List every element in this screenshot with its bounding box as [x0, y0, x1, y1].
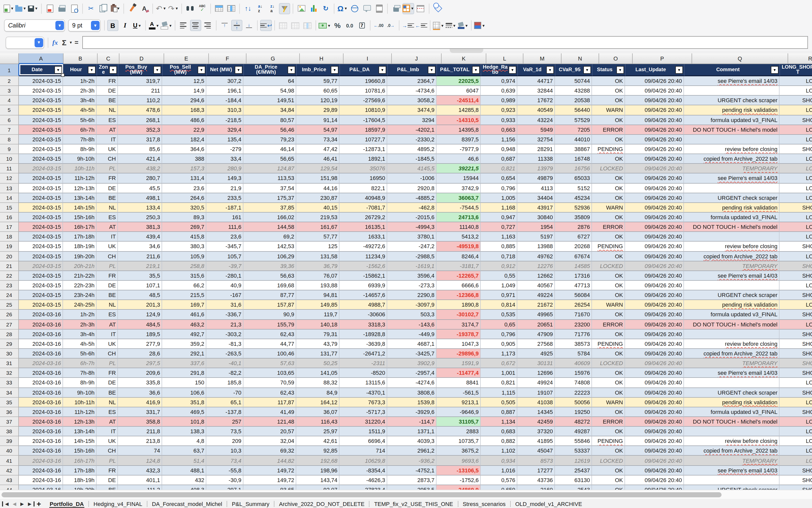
cell-L42[interactable]: 1,016	[481, 466, 517, 475]
cell-E23[interactable]: 66,2	[162, 281, 206, 290]
cell-Q43[interactable]	[684, 475, 779, 485]
cell-D11[interactable]: 438,2	[118, 164, 162, 174]
cell-I6[interactable]: -17604,5	[339, 115, 387, 125]
cell-H9[interactable]: 47,42	[296, 144, 339, 154]
column-header-J[interactable]: J	[392, 53, 441, 64]
autofilter-dropdown-icon[interactable]: ▼	[198, 66, 205, 74]
cell-A31[interactable]: 2024-03-16	[19, 358, 63, 368]
cell-Q27[interactable]: DO NOT TOUCH - Michel's model	[684, 320, 779, 329]
insert-comment-button[interactable]	[361, 3, 373, 14]
cell-K3[interactable]: 6047	[436, 86, 481, 96]
cell-C6[interactable]: ES	[97, 115, 118, 125]
cell-N2[interactable]: 50744	[555, 76, 592, 86]
cell-D30[interactable]: 28,6	[118, 349, 162, 358]
cell-J38[interactable]: 1371,1	[387, 427, 436, 436]
chevron-down-icon[interactable]: ▼	[169, 24, 172, 27]
cell-L9[interactable]: 0,948	[481, 144, 517, 154]
cell-L19[interactable]: 0,885	[481, 242, 517, 251]
cell-R27[interactable]: LONG	[779, 320, 812, 329]
cell-J18[interactable]: 3780,1	[387, 232, 436, 242]
cell-A16[interactable]: 2024-03-15	[19, 213, 63, 222]
cell-Q13[interactable]	[684, 183, 779, 193]
cell-M28[interactable]: 47909	[517, 329, 555, 339]
copy-button[interactable]	[98, 3, 109, 14]
cell-G5[interactable]: 34,84	[243, 105, 296, 115]
align-center-button[interactable]	[190, 20, 201, 31]
cell-K32[interactable]: -11477,4	[436, 368, 481, 378]
cell-R7[interactable]: LONG	[779, 125, 812, 134]
row-header-16[interactable]: 16	[0, 213, 19, 222]
cell-K36[interactable]: -9646,9	[436, 407, 481, 417]
cell-Q41[interactable]: TEMPORARY	[684, 456, 779, 466]
cell-P26[interactable]: 09/04/26 20:40	[625, 310, 684, 320]
chevron-down-icon[interactable]: ▼	[35, 38, 43, 47]
row-header-32[interactable]: 32	[0, 368, 19, 378]
cell-H37[interactable]: 116,43	[296, 417, 339, 427]
cell-R16[interactable]: LONG	[779, 213, 812, 222]
cell-H40[interactable]: 92,85	[296, 446, 339, 456]
cell-L14[interactable]: 1,005	[481, 193, 517, 203]
cell-Q38[interactable]	[684, 427, 779, 436]
cell-L23[interactable]: 1,049	[481, 281, 517, 290]
cell-H11[interactable]: 129,54	[296, 164, 339, 174]
cell-Q31[interactable]: TEMPORARY	[684, 358, 779, 368]
cell-I43[interactable]: -4626,3	[339, 475, 387, 485]
cell-E24[interactable]: 215,5	[162, 290, 206, 300]
cell-E38[interactable]: 138,3	[162, 427, 206, 436]
decrease-indent-button[interactable]: ←	[415, 20, 427, 31]
borders-button[interactable]: ▼	[433, 20, 444, 31]
cell-A10[interactable]: 2024-03-15	[19, 154, 63, 164]
pivot-table-button[interactable]: ↻	[320, 3, 331, 14]
cell-D7[interactable]: 352,3	[118, 125, 162, 134]
cell-I33[interactable]: 13115,6	[339, 378, 387, 388]
cell-N19[interactable]: 20268	[555, 242, 592, 251]
cell-C41[interactable]: PL	[97, 456, 118, 466]
cell-N35[interactable]: 50056	[555, 397, 592, 407]
cell-G30[interactable]: 100,46	[243, 349, 296, 358]
cell-A40[interactable]: 2024-03-16	[19, 446, 63, 456]
row-header-15[interactable]: 15	[0, 203, 19, 213]
cell-P18[interactable]: 09/04/26 20:40	[625, 232, 684, 242]
cell-O34[interactable]: OK	[592, 388, 625, 397]
cell-F26[interactable]: -336,7	[206, 310, 243, 320]
cell-G14[interactable]: 175,37	[243, 193, 296, 203]
cell-B22[interactable]: 21h-22h	[63, 271, 97, 281]
cell-O33[interactable]: OK	[592, 378, 625, 388]
cell-C3[interactable]: DE	[97, 86, 118, 96]
chevron-down-icon[interactable]: ▼	[452, 24, 456, 27]
cell-M13[interactable]: 4113	[517, 183, 555, 193]
cell-R28[interactable]: SHORT	[779, 329, 812, 339]
cell-K11[interactable]: 39221,5	[436, 164, 481, 174]
selection-handle[interactable]	[61, 73, 64, 77]
cell-R20[interactable]: LONG	[779, 251, 812, 261]
cell-K18[interactable]: 5413,2	[436, 232, 481, 242]
align-left-button[interactable]	[178, 20, 189, 31]
cell-O30[interactable]: OK	[592, 349, 625, 358]
cell-D29[interactable]: 277,9	[118, 339, 162, 349]
cell-G9[interactable]: 46,14	[243, 144, 296, 154]
cell-G24[interactable]: 87,77	[243, 290, 296, 300]
cell-C2[interactable]: FR	[97, 76, 118, 86]
cell-N7[interactable]: 7205	[555, 125, 592, 134]
cell-J29[interactable]: 4687,1	[387, 339, 436, 349]
cell-I38[interactable]: 1511,9	[339, 427, 387, 436]
cell-C42[interactable]: FR	[97, 466, 118, 475]
cell-I8[interactable]: 10727,7	[339, 135, 387, 144]
cell-L37[interactable]: 1,134	[481, 417, 517, 427]
cell-N4[interactable]: 20538	[555, 96, 592, 105]
cell-M40[interactable]: 45047	[517, 446, 555, 456]
cell-C25[interactable]: NL	[97, 300, 118, 310]
cell-N40[interactable]: 53337	[555, 446, 592, 456]
cell-D6[interactable]: 268,1	[118, 115, 162, 125]
cell-C8[interactable]: IT	[97, 135, 118, 144]
column-header-B[interactable]: B	[63, 53, 98, 64]
cell-L17[interactable]: 0,727	[481, 222, 517, 232]
cell-P36[interactable]: 09/04/26 20:40	[625, 407, 684, 417]
cell-C43[interactable]: DE	[97, 475, 118, 485]
cell-Q34[interactable]: URGENT check scraper	[684, 388, 779, 397]
cell-P8[interactable]: 09/04/26 20:40	[625, 135, 684, 144]
cell-L20[interactable]: 0,718	[481, 251, 517, 261]
cell-G4[interactable]: 149,51	[243, 96, 296, 105]
cell-J6[interactable]: 3294	[387, 115, 436, 125]
cell-M24[interactable]: 49224	[517, 290, 555, 300]
